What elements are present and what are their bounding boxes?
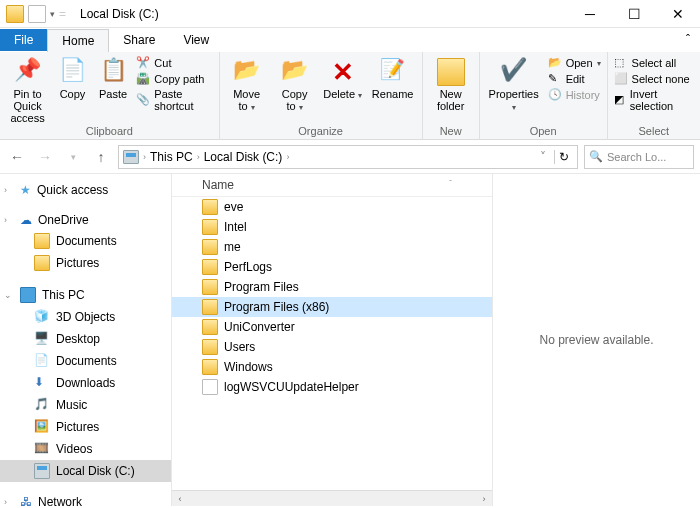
- delete-button[interactable]: ✕ Delete ▾: [322, 56, 364, 101]
- nav-onedrive-documents[interactable]: Documents: [0, 230, 171, 252]
- minimize-button[interactable]: ─: [568, 0, 612, 28]
- rename-icon: 📝: [379, 58, 407, 86]
- app-icon: [6, 5, 24, 23]
- column-header[interactable]: Name ˆ: [172, 174, 492, 197]
- folder-icon: [202, 319, 218, 335]
- qat-properties-icon[interactable]: [28, 5, 46, 23]
- tab-home[interactable]: Home: [47, 29, 109, 52]
- scroll-right-icon[interactable]: ›: [476, 494, 492, 504]
- paste-shortcut-icon: 📎: [136, 93, 150, 107]
- file-icon: [202, 379, 218, 395]
- window-title: Local Disk (C:): [72, 7, 159, 21]
- paste-button[interactable]: 📋 Paste: [96, 56, 131, 100]
- ribbon: 📌 Pin to Quick access 📄 Copy 📋 Paste ✂️C…: [0, 52, 700, 140]
- nav-onedrive[interactable]: ›☁OneDrive: [0, 210, 171, 230]
- file-item[interactable]: eve: [172, 197, 492, 217]
- file-name: PerfLogs: [224, 260, 272, 274]
- new-folder-button[interactable]: New folder: [429, 56, 473, 112]
- pin-to-quick-access-button[interactable]: 📌 Pin to Quick access: [6, 56, 49, 124]
- tab-view[interactable]: View: [169, 29, 223, 51]
- delete-icon: ✕: [329, 58, 357, 86]
- file-item[interactable]: PerfLogs: [172, 257, 492, 277]
- paste-shortcut-button[interactable]: 📎Paste shortcut: [136, 88, 212, 112]
- preview-pane: No preview available.: [492, 174, 700, 506]
- nav-downloads[interactable]: ⬇Downloads: [0, 372, 171, 394]
- tab-share[interactable]: Share: [109, 29, 169, 51]
- history-button[interactable]: 🕓History: [548, 88, 601, 102]
- qat-dropdown-icon[interactable]: ▾: [50, 9, 55, 19]
- file-name: eve: [224, 200, 243, 214]
- scroll-left-icon[interactable]: ‹: [172, 494, 188, 504]
- folder-icon: [202, 239, 218, 255]
- search-icon: 🔍: [589, 150, 603, 163]
- folder-icon: [202, 259, 218, 275]
- group-organize-caption: Organize: [226, 125, 416, 139]
- properties-button[interactable]: ✔️ Properties ▾: [486, 56, 542, 113]
- file-item[interactable]: me: [172, 237, 492, 257]
- nav-this-pc[interactable]: ⌄This PC: [0, 284, 171, 306]
- select-all-icon: ⬚: [614, 56, 628, 70]
- address-dropdown-icon[interactable]: ˅: [536, 150, 550, 164]
- file-name: me: [224, 240, 241, 254]
- file-item[interactable]: Program Files (x86): [172, 297, 492, 317]
- open-icon: 📂: [548, 56, 562, 70]
- nav-back-button[interactable]: ←: [6, 149, 28, 165]
- rename-button[interactable]: 📝 Rename: [370, 56, 416, 100]
- copy-to-button[interactable]: 📂 Copy to ▾: [274, 56, 316, 113]
- search-box[interactable]: 🔍 Search Lo...: [584, 145, 694, 169]
- open-button[interactable]: 📂Open ▾: [548, 56, 601, 70]
- group-new-caption: New: [429, 125, 473, 139]
- tab-file[interactable]: File: [0, 29, 47, 51]
- nav-music[interactable]: 🎵Music: [0, 394, 171, 416]
- preview-text: No preview available.: [539, 333, 653, 347]
- copy-path-button[interactable]: 🛣️Copy path: [136, 72, 212, 86]
- nav-quick-access[interactable]: ›★Quick access: [0, 180, 171, 200]
- nav-local-disk[interactable]: Local Disk (C:): [0, 460, 171, 482]
- file-item[interactable]: Program Files: [172, 277, 492, 297]
- close-button[interactable]: ✕: [656, 0, 700, 28]
- folder-icon: [202, 199, 218, 215]
- select-none-icon: ⬜: [614, 72, 628, 86]
- nav-forward-button[interactable]: →: [34, 149, 56, 165]
- ribbon-collapse-icon[interactable]: ˆ: [676, 33, 700, 47]
- move-to-icon: 📂: [233, 58, 261, 86]
- properties-icon: ✔️: [500, 58, 528, 86]
- nav-pictures[interactable]: 🖼️Pictures: [0, 416, 171, 438]
- file-name: Users: [224, 340, 255, 354]
- copy-button[interactable]: 📄 Copy: [55, 56, 90, 100]
- file-name: logWSVCUUpdateHelper: [224, 380, 359, 394]
- move-to-button[interactable]: 📂 Move to ▾: [226, 56, 268, 113]
- edit-button[interactable]: ✎Edit: [548, 72, 601, 86]
- copy-to-icon: 📂: [281, 58, 309, 86]
- column-name[interactable]: Name: [202, 178, 449, 192]
- nav-desktop[interactable]: 🖥️Desktop: [0, 328, 171, 350]
- file-item[interactable]: UniConverter: [172, 317, 492, 337]
- nav-recent-button[interactable]: ▾: [62, 152, 84, 162]
- folder-icon: [202, 359, 218, 375]
- history-icon: 🕓: [548, 88, 562, 102]
- refresh-button[interactable]: ↻: [554, 150, 573, 164]
- maximize-button[interactable]: ☐: [612, 0, 656, 28]
- group-select-caption: Select: [614, 125, 694, 139]
- content-area: ›★Quick access ›☁OneDrive Documents Pict…: [0, 174, 700, 506]
- nav-network[interactable]: ›🖧Network: [0, 492, 171, 506]
- select-none-button[interactable]: ⬜Select none: [614, 72, 694, 86]
- nav-up-button[interactable]: ↑: [90, 149, 112, 165]
- breadcrumb-thispc[interactable]: This PC: [150, 150, 193, 164]
- horizontal-scrollbar[interactable]: ‹ ›: [172, 490, 492, 506]
- file-item[interactable]: Windows: [172, 357, 492, 377]
- address-bar[interactable]: › This PC › Local Disk (C:) › ˅ ↻: [118, 145, 578, 169]
- file-item[interactable]: logWSVCUUpdateHelper: [172, 377, 492, 397]
- nav-3d-objects[interactable]: 🧊3D Objects: [0, 306, 171, 328]
- file-item[interactable]: Users: [172, 337, 492, 357]
- nav-onedrive-pictures[interactable]: Pictures: [0, 252, 171, 274]
- breadcrumb-drive[interactable]: Local Disk (C:): [204, 150, 283, 164]
- invert-selection-button[interactable]: ◩Invert selection: [614, 88, 694, 112]
- file-item[interactable]: Intel: [172, 217, 492, 237]
- file-name: Program Files (x86): [224, 300, 329, 314]
- nav-videos[interactable]: 🎞️Videos: [0, 438, 171, 460]
- folder-icon: [202, 219, 218, 235]
- select-all-button[interactable]: ⬚Select all: [614, 56, 694, 70]
- cut-button[interactable]: ✂️Cut: [136, 56, 212, 70]
- nav-documents[interactable]: 📄Documents: [0, 350, 171, 372]
